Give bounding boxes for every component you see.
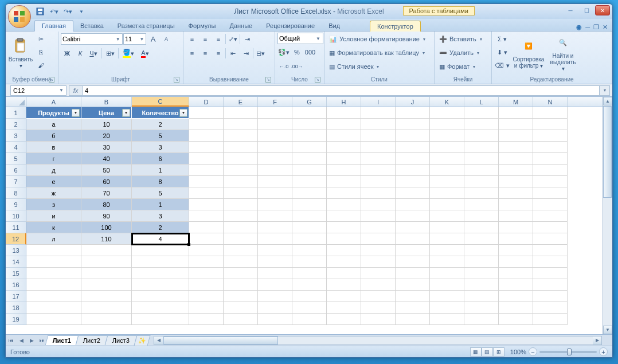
cell[interactable] xyxy=(430,187,464,199)
office-button[interactable] xyxy=(8,5,31,28)
cell[interactable] xyxy=(327,153,361,165)
cell[interactable] xyxy=(224,199,258,210)
cell[interactable]: 10 xyxy=(81,119,132,130)
paste-button[interactable]: Вставить▾ xyxy=(8,33,33,73)
cell[interactable] xyxy=(292,314,327,325)
cell[interactable] xyxy=(132,302,189,314)
cell[interactable] xyxy=(327,165,361,176)
launcher-icon[interactable]: ↘ xyxy=(315,77,320,83)
cell[interactable] xyxy=(292,233,327,245)
cell[interactable] xyxy=(132,245,189,256)
scroll-left-icon[interactable]: ◀ xyxy=(154,336,163,345)
cell[interactable] xyxy=(189,302,224,314)
cell[interactable] xyxy=(258,187,292,199)
cell[interactable] xyxy=(258,233,292,245)
cell[interactable] xyxy=(327,130,361,142)
cell[interactable] xyxy=(430,153,464,165)
cell[interactable]: д xyxy=(26,165,81,176)
cell[interactable] xyxy=(189,165,224,176)
cell[interactable] xyxy=(533,268,568,279)
mdi-minimize-icon[interactable]: ─ xyxy=(585,24,590,31)
cell[interactable] xyxy=(224,222,258,233)
sheet-tab-2[interactable]: Лист2 xyxy=(76,335,108,345)
cell[interactable] xyxy=(430,233,464,245)
cell[interactable] xyxy=(292,199,327,210)
cell[interactable] xyxy=(430,268,464,279)
cell[interactable] xyxy=(533,130,568,142)
cell[interactable] xyxy=(327,107,361,119)
sheet-tab-3[interactable]: Лист3 xyxy=(105,335,138,345)
find-select-button[interactable]: 🔍 Найти и выделить ▾ xyxy=(547,33,579,73)
cell[interactable] xyxy=(430,291,464,302)
cell[interactable] xyxy=(189,268,224,279)
cell[interactable] xyxy=(464,291,499,302)
cell[interactable] xyxy=(464,245,499,256)
cell[interactable] xyxy=(430,142,464,153)
cell[interactable] xyxy=(464,176,499,187)
cell[interactable]: л xyxy=(26,233,81,245)
cell[interactable]: 60 xyxy=(81,176,132,187)
increase-indent-icon[interactable]: ⇥ xyxy=(240,47,252,60)
cell[interactable] xyxy=(189,153,224,165)
cell[interactable] xyxy=(224,314,258,325)
cell[interactable] xyxy=(327,268,361,279)
cell[interactable] xyxy=(81,256,132,268)
cell[interactable] xyxy=(292,256,327,268)
cell[interactable] xyxy=(81,279,132,291)
column-header[interactable]: A xyxy=(26,97,81,107)
cell[interactable] xyxy=(430,107,464,119)
cell[interactable] xyxy=(224,210,258,222)
cell[interactable] xyxy=(396,279,430,291)
cell[interactable] xyxy=(533,302,568,314)
cell[interactable] xyxy=(396,187,430,199)
cell[interactable] xyxy=(361,302,396,314)
cell[interactable] xyxy=(189,210,224,222)
cell[interactable] xyxy=(189,187,224,199)
cell[interactable] xyxy=(26,314,81,325)
cell[interactable] xyxy=(533,222,568,233)
cell[interactable] xyxy=(292,176,327,187)
cell[interactable] xyxy=(26,291,81,302)
cell[interactable] xyxy=(430,176,464,187)
cell[interactable] xyxy=(430,210,464,222)
column-header[interactable]: C xyxy=(132,97,189,107)
launcher-icon[interactable]: ↘ xyxy=(265,77,271,83)
cell[interactable] xyxy=(258,130,292,142)
zoom-in-button[interactable]: + xyxy=(599,347,608,356)
cell[interactable] xyxy=(499,199,533,210)
cell[interactable] xyxy=(499,165,533,176)
align-right-icon[interactable]: ≡ xyxy=(212,47,225,60)
cell[interactable] xyxy=(292,222,327,233)
cell[interactable]: 5 xyxy=(132,187,189,199)
cell[interactable]: 3 xyxy=(132,142,189,153)
cell[interactable] xyxy=(430,119,464,130)
cell[interactable] xyxy=(533,256,568,268)
column-header[interactable]: H xyxy=(327,97,361,107)
row-header[interactable]: 11 xyxy=(6,222,26,233)
cell[interactable] xyxy=(396,314,430,325)
cell[interactable] xyxy=(327,233,361,245)
cell[interactable]: г xyxy=(26,153,81,165)
expand-formula-icon[interactable]: ▾ xyxy=(600,85,610,96)
cell[interactable] xyxy=(189,233,224,245)
cell[interactable] xyxy=(430,314,464,325)
column-header[interactable]: N xyxy=(533,97,568,107)
cell[interactable] xyxy=(464,165,499,176)
cell[interactable] xyxy=(396,165,430,176)
cell[interactable] xyxy=(396,119,430,130)
shrink-font-icon[interactable]: A xyxy=(160,33,173,45)
prev-sheet-icon[interactable]: ◀ xyxy=(16,336,26,345)
cell[interactable] xyxy=(396,256,430,268)
cell[interactable] xyxy=(292,291,327,302)
cell[interactable] xyxy=(361,222,396,233)
cell[interactable] xyxy=(464,314,499,325)
cell[interactable] xyxy=(499,130,533,142)
orientation-icon[interactable]: ⤢▾ xyxy=(226,33,239,45)
cell[interactable] xyxy=(361,268,396,279)
cell[interactable] xyxy=(258,279,292,291)
cell[interactable] xyxy=(224,153,258,165)
cell[interactable] xyxy=(258,199,292,210)
cell[interactable] xyxy=(327,119,361,130)
page-layout-view-icon[interactable]: ▤ xyxy=(482,347,493,357)
cell[interactable]: в xyxy=(26,142,81,153)
